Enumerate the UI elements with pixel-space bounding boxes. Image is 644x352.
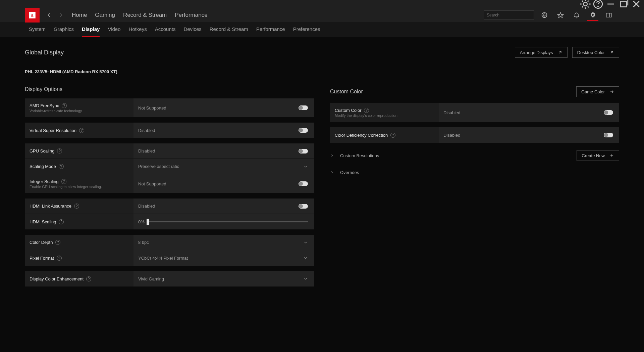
custom-resolutions-expander[interactable]: Custom Resolutions: [330, 148, 379, 163]
desktop-color-button[interactable]: Desktop Color: [572, 47, 619, 58]
custom-color-title: Custom Color: [330, 89, 363, 95]
svg-marker-7: [558, 13, 564, 18]
help-icon[interactable]: ?: [364, 108, 369, 113]
help-icon[interactable]: ?: [57, 148, 62, 153]
arrange-displays-button[interactable]: Arrange Displays: [515, 47, 568, 58]
settings-subnav: System Graphics Display Video Hotkeys Ac…: [0, 22, 644, 37]
color-enh-label: Display Color Enhancement: [30, 276, 84, 281]
help-icon[interactable]: ?: [86, 276, 91, 281]
help-icon[interactable]: ?: [79, 128, 84, 133]
nav-forward-button[interactable]: [55, 9, 67, 21]
hdmi-scaling-slider[interactable]: [148, 221, 308, 222]
svg-rect-3: [621, 1, 627, 7]
hdmi-link-toggle[interactable]: [299, 204, 308, 209]
row-color-depth: Color Depth? 8 bpc: [25, 235, 314, 250]
external-icon: [558, 50, 562, 55]
custom-color-sub: Modify the display's color reproduction: [335, 114, 434, 118]
chevron-down-icon[interactable]: [303, 276, 308, 281]
panel-icon[interactable]: [603, 9, 614, 21]
search-box[interactable]: [484, 10, 534, 20]
arrange-displays-label: Arrange Displays: [520, 50, 553, 55]
subtab-system[interactable]: System: [29, 22, 46, 37]
hdmi-link-value: Disabled: [138, 204, 155, 209]
tab-performance[interactable]: Performance: [175, 12, 207, 18]
search-input[interactable]: [487, 13, 537, 17]
subtab-record-stream[interactable]: Record & Stream: [210, 22, 248, 37]
color-depth-value: 8 bpc: [138, 240, 149, 245]
chevron-right-icon: [330, 153, 334, 158]
help-icon[interactable]: ?: [59, 164, 64, 169]
chevron-down-icon[interactable]: [303, 256, 308, 260]
help-icon[interactable]: ?: [390, 133, 395, 138]
row-custom-color: Custom Color? Modify the display's color…: [330, 103, 619, 122]
row-integer-scaling: Integer Scaling? Enable GPU scaling to a…: [25, 174, 314, 193]
row-color-enhancement: Display Color Enhancement? Vivid Gaming: [25, 271, 314, 287]
amd-logo[interactable]: [25, 8, 40, 23]
help-icon[interactable]: ?: [59, 219, 64, 224]
close-button[interactable]: [631, 0, 642, 8]
svg-point-0: [583, 2, 587, 6]
color-depth-label: Color Depth: [30, 240, 53, 245]
subtab-performance[interactable]: Performance: [256, 22, 285, 37]
color-def-value: Disabled: [443, 133, 461, 138]
freesync-toggle[interactable]: [299, 105, 308, 110]
chevron-right-icon: [330, 170, 334, 174]
freesync-value: Not Supported: [138, 105, 166, 111]
row-gpu-scaling: GPU Scaling? Disabled: [25, 143, 314, 159]
web-icon[interactable]: [539, 9, 550, 21]
create-new-label: Create New: [582, 153, 605, 158]
maximize-button[interactable]: [618, 0, 629, 8]
help-icon[interactable]: ?: [61, 179, 66, 184]
row-pixel-format: Pixel Format? YCbCr 4:4:4 Pixel Format: [25, 250, 314, 266]
custom-color-toggle[interactable]: [604, 110, 613, 115]
custom-color-label: Custom Color: [335, 108, 361, 113]
bug-icon[interactable]: [580, 0, 591, 8]
integer-scaling-toggle[interactable]: [299, 181, 308, 186]
integer-scaling-label: Integer Scaling: [30, 179, 59, 184]
chevron-down-icon[interactable]: [303, 164, 308, 169]
minimize-button[interactable]: [605, 0, 616, 8]
vsr-toggle[interactable]: [299, 128, 308, 133]
subtab-graphics[interactable]: Graphics: [54, 22, 74, 37]
display-options-title: Display Options: [25, 86, 62, 92]
help-icon[interactable]: ?: [74, 204, 79, 209]
slider-thumb[interactable]: [147, 219, 149, 225]
game-color-button[interactable]: Game Color: [576, 86, 619, 97]
settings-icon[interactable]: [587, 9, 598, 21]
subtab-video[interactable]: Video: [108, 22, 120, 37]
color-def-toggle[interactable]: [604, 133, 613, 137]
overrides-label: Overrides: [340, 170, 359, 175]
desktop-color-label: Desktop Color: [577, 50, 605, 55]
subtab-hotkeys[interactable]: Hotkeys: [129, 22, 147, 37]
chevron-down-icon[interactable]: [303, 240, 308, 245]
custom-color-value: Disabled: [443, 110, 461, 115]
tab-home[interactable]: Home: [72, 12, 87, 18]
integer-scaling-sub: Enable GPU scaling to allow integer scal…: [30, 185, 129, 189]
main-header: Home Gaming Record & Stream Performance: [0, 8, 644, 22]
subtab-accounts[interactable]: Accounts: [155, 22, 176, 37]
hdmi-scaling-label: HDMI Scaling: [30, 219, 56, 224]
subtab-devices[interactable]: Devices: [183, 22, 201, 37]
create-new-button[interactable]: Create New: [577, 150, 619, 161]
tab-gaming[interactable]: Gaming: [95, 12, 115, 18]
row-freesync: AMD FreeSync? Variable-refresh-rate tech…: [25, 98, 314, 117]
subtab-preferences[interactable]: Preferences: [293, 22, 320, 37]
help-icon[interactable]: ?: [62, 103, 67, 108]
star-icon[interactable]: [555, 9, 566, 21]
overrides-expander[interactable]: Overrides: [330, 165, 619, 180]
subtab-display[interactable]: Display: [82, 22, 100, 37]
nav-back-button[interactable]: [43, 9, 55, 21]
gpu-scaling-value: Disabled: [138, 148, 155, 153]
help-icon[interactable]: ?: [57, 256, 62, 261]
help-icon[interactable]: [592, 0, 604, 8]
arrow-right-icon: [609, 89, 614, 94]
gpu-scaling-toggle[interactable]: [299, 149, 308, 153]
bell-icon[interactable]: [571, 9, 582, 21]
svg-point-2: [598, 6, 598, 6]
row-color-deficiency: Color Deficiency Correction? Disabled: [330, 127, 619, 143]
row-hdmi-link: HDMI Link Assurance? Disabled: [25, 199, 314, 214]
tab-record-stream[interactable]: Record & Stream: [123, 12, 167, 18]
window-titlebar: [0, 0, 644, 8]
game-color-label: Game Color: [581, 89, 605, 94]
help-icon[interactable]: ?: [55, 240, 60, 245]
